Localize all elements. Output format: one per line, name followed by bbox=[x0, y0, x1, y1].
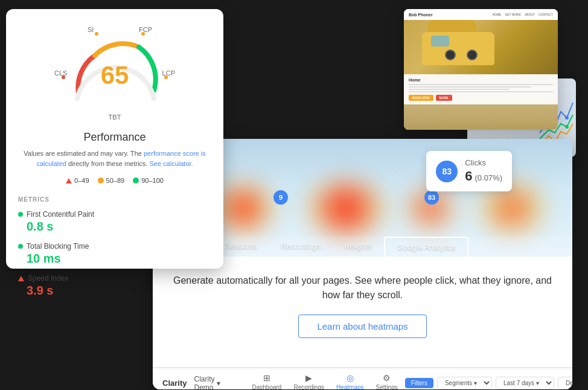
badge-9: 9 bbox=[273, 190, 288, 205]
legend-good-label: 90–100 bbox=[141, 177, 164, 184]
heatmaps-icon: ◎ bbox=[347, 373, 354, 383]
legend-avg: 50–89 bbox=[98, 177, 125, 184]
badge-83-top: 83 bbox=[424, 190, 439, 205]
website-hero-img bbox=[404, 20, 558, 74]
metric-tbt-name: Total Blocking Time bbox=[27, 242, 89, 251]
settings-icon: ⚙ bbox=[383, 373, 391, 383]
metric-si-triangle bbox=[18, 276, 24, 281]
nav-link-home: HOME bbox=[492, 13, 501, 16]
van-body bbox=[422, 32, 494, 65]
heatmap-tagline: Generate automatically for all your page… bbox=[171, 273, 554, 302]
clicks-info: Clicks 6 (0.07%) bbox=[465, 158, 502, 184]
date-select[interactable]: Last 7 days ▾ bbox=[496, 377, 554, 389]
website-btn-row: BOOK NOW MORE bbox=[409, 95, 553, 101]
clarity-nav-heatmaps[interactable]: ◎ Heatmaps bbox=[336, 373, 364, 389]
legend-triangle-bad bbox=[66, 178, 72, 184]
gauge-labels: SI FCP CLS LCP TBT bbox=[54, 21, 175, 124]
nav-link-getmore: GET MORE bbox=[505, 13, 521, 16]
clarity-bar: Clarity Clarity Demo ▾ ⊞ Dashboard ▶ Rec… bbox=[153, 367, 572, 389]
dashboard-icon: ⊞ bbox=[263, 373, 270, 383]
clicks-tooltip: 83 Clicks 6 (0.07%) bbox=[426, 151, 512, 191]
metric-si: Speed Index 3.9 s bbox=[18, 274, 211, 298]
nav-link-about: ABOUT bbox=[525, 13, 535, 16]
clarity-demo-chevron: ▾ bbox=[217, 379, 220, 388]
performance-card: SI FCP CLS LCP TBT bbox=[6, 9, 223, 269]
clarity-nav-recordings[interactable]: ▶ Recordings bbox=[293, 373, 324, 389]
clarity-demo-text: Clarity Demo bbox=[194, 375, 214, 390]
metric-fcp-value: 0.8 s bbox=[18, 220, 211, 234]
learn-btn-text-link: heatmaps bbox=[368, 321, 408, 331]
clicks-value: 6 (0.07%) bbox=[465, 168, 502, 184]
website-preview-card: Bob Phoner HOME GET MORE ABOUT CONTACT H… bbox=[404, 9, 558, 130]
website-content: Home BOOK NOW MORE bbox=[404, 74, 558, 104]
legend-bad: 0–49 bbox=[66, 177, 89, 184]
gauge-score: 65 bbox=[101, 61, 129, 89]
segments-select[interactable]: Segments ▾ bbox=[437, 377, 492, 389]
clarity-nav-settings[interactable]: ⚙ Settings bbox=[376, 373, 398, 389]
metric-si-value: 3.9 s bbox=[18, 284, 211, 298]
clarity-filters: Filters Segments ▾ Last 7 days ▾ Device:… bbox=[405, 377, 572, 389]
clicks-badge: 83 bbox=[436, 161, 458, 182]
clarity-logo: Clarity bbox=[162, 379, 187, 388]
text-line-3 bbox=[409, 89, 510, 90]
heatmap-tab-analytics[interactable]: Google Analytics bbox=[384, 237, 469, 257]
website-nav-logo: Bob Phoner bbox=[409, 13, 433, 17]
clarity-nav-dashboard-label: Dashboard bbox=[252, 384, 281, 389]
clicks-pct: (0.07%) bbox=[475, 173, 502, 182]
heatmap-tab-recordings[interactable]: Recordings bbox=[269, 237, 333, 257]
heatmap-tab-insights[interactable]: Insights bbox=[333, 237, 384, 257]
heatmap-bottom: Generate automatically for all your page… bbox=[153, 257, 572, 367]
metric-tbt-value: 10 ms bbox=[18, 252, 211, 266]
clarity-demo[interactable]: Clarity Demo ▾ bbox=[194, 375, 220, 390]
gauge-container: SI FCP CLS LCP TBT bbox=[18, 21, 211, 124]
metrics-label: METRICS bbox=[18, 196, 211, 203]
clarity-nav-dashboard[interactable]: ⊞ Dashboard bbox=[252, 373, 281, 389]
text-line-2 bbox=[409, 86, 531, 88]
legend-dot-avg bbox=[98, 177, 104, 184]
metric-fcp-header: First Contentful Paint bbox=[18, 210, 211, 219]
recordings-icon: ▶ bbox=[305, 373, 312, 383]
metric-fcp-name: First Contentful Paint bbox=[27, 210, 94, 219]
clicks-label: Clicks bbox=[465, 158, 502, 167]
metric-tbt-dot bbox=[18, 244, 23, 249]
metric-si-name: Speed Index bbox=[28, 274, 68, 283]
legend-avg-label: 50–89 bbox=[106, 177, 125, 184]
metric-tbt-header: Total Blocking Time bbox=[18, 242, 211, 251]
clarity-nav: ⊞ Dashboard ▶ Recordings ◎ Heatmaps ⚙ Se… bbox=[252, 373, 397, 389]
legend-dot-good bbox=[133, 177, 139, 184]
gauge-center: 65 bbox=[101, 61, 129, 90]
legend-bad-label: 0–49 bbox=[74, 177, 89, 184]
learn-btn-text-prefix: Learn about bbox=[317, 321, 368, 331]
legend: 0–49 50–89 90–100 bbox=[18, 177, 211, 184]
website-btn-primary[interactable]: BOOK NOW bbox=[409, 95, 433, 101]
website-nav: Bob Phoner HOME GET MORE ABOUT CONTACT bbox=[404, 9, 558, 20]
metric-fcp: First Contentful Paint 0.8 s bbox=[18, 210, 211, 234]
learn-heatmaps-button[interactable]: Learn about heatmaps bbox=[298, 315, 426, 338]
svg-point-1 bbox=[565, 125, 569, 129]
van-window bbox=[431, 36, 449, 46]
filters-button[interactable]: Filters bbox=[405, 378, 433, 388]
website-btn-secondary[interactable]: MORE bbox=[436, 95, 452, 101]
clicks-number: 6 bbox=[465, 168, 472, 184]
clarity-nav-settings-label: Settings bbox=[376, 384, 398, 389]
clarity-nav-heatmaps-label: Heatmaps bbox=[336, 384, 364, 389]
website-preview: Bob Phoner HOME GET MORE ABOUT CONTACT H… bbox=[404, 9, 558, 130]
note-link2[interactable]: See calculator. bbox=[149, 160, 193, 167]
note-prefix: Values are estimated and may vary. The bbox=[24, 150, 142, 157]
metrics-section: METRICS First Contentful Paint 0.8 s Tot… bbox=[18, 194, 211, 298]
clarity-bar-main: Clarity Clarity Demo ▾ ⊞ Dashboard ▶ Rec… bbox=[153, 368, 572, 389]
performance-title: Performance bbox=[18, 131, 211, 144]
text-line-4 bbox=[409, 91, 553, 92]
note-middle: directly from these metrics. bbox=[68, 160, 147, 167]
svg-point-0 bbox=[565, 116, 569, 120]
device-select[interactable]: Device: Tablet ▾ bbox=[558, 377, 572, 389]
van-wheel2 bbox=[467, 50, 478, 60]
metric-tbt: Total Blocking Time 10 ms bbox=[18, 242, 211, 266]
text-line-1 bbox=[409, 84, 553, 85]
blob-red-2 bbox=[307, 181, 385, 235]
legend-good: 90–100 bbox=[133, 177, 164, 184]
performance-note: Values are estimated and may vary. The p… bbox=[18, 149, 211, 168]
van-wheel1 bbox=[445, 50, 456, 60]
metric-si-header: Speed Index bbox=[18, 274, 211, 283]
clarity-nav-recordings-label: Recordings bbox=[293, 384, 324, 389]
